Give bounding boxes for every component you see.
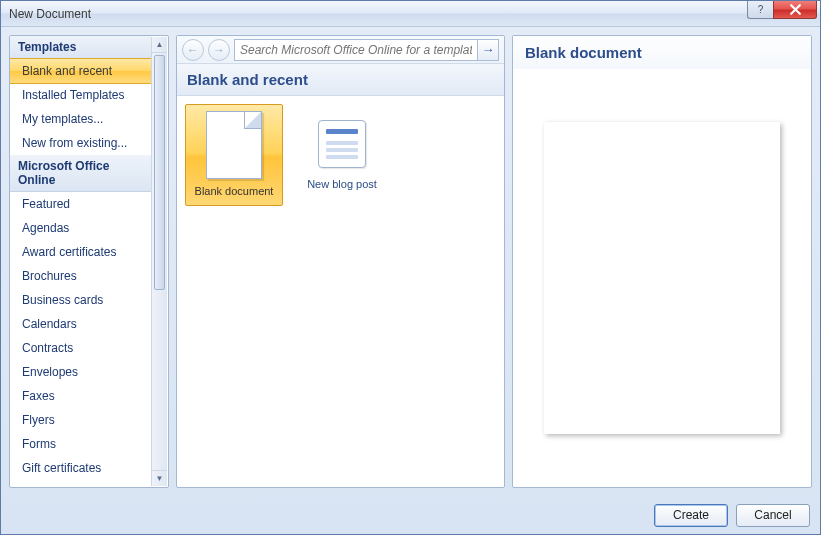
preview-title: Blank document — [513, 36, 811, 69]
sidebar-item-brochures[interactable]: Brochures — [10, 264, 151, 288]
dialog-footer: Create Cancel — [1, 496, 820, 534]
search-input[interactable] — [234, 39, 477, 61]
help-icon: ? — [758, 4, 764, 15]
sidebar-item-agendas[interactable]: Agendas — [10, 216, 151, 240]
search-wrap: → — [234, 39, 499, 61]
template-tile-label: Blank document — [195, 185, 274, 197]
nav-forward-button[interactable]: → — [208, 39, 230, 61]
sidebar-item-greeting-cards[interactable]: Greeting cards — [10, 480, 151, 487]
blank-document-icon — [206, 111, 262, 179]
gallery-toolbar: ← → → — [177, 36, 504, 64]
arrow-right-icon: → — [482, 42, 495, 57]
sidebar-item-contracts[interactable]: Contracts — [10, 336, 151, 360]
close-icon — [789, 4, 802, 15]
search-go-button[interactable]: → — [477, 39, 499, 61]
sidebar-scrollbar[interactable]: ▲ ▼ — [151, 37, 167, 486]
preview-body — [513, 69, 811, 487]
templates-sidebar: Templates Blank and recent Installed Tem… — [9, 35, 169, 488]
gallery-section-title: Blank and recent — [177, 64, 504, 96]
titlebar: New Document ? — [1, 1, 820, 27]
create-button[interactable]: Create — [654, 504, 728, 527]
window-buttons: ? — [747, 1, 817, 19]
scrollbar-thumb[interactable] — [154, 55, 165, 290]
close-button[interactable] — [773, 1, 817, 19]
sidebar-header-office-online: Microsoft Office Online — [10, 155, 151, 192]
scroll-down-icon[interactable]: ▼ — [152, 470, 167, 486]
sidebar-header-templates: Templates — [10, 36, 151, 59]
preview-panel: Blank document — [512, 35, 812, 488]
sidebar-item-award-certificates[interactable]: Award certificates — [10, 240, 151, 264]
sidebar-item-gift-certificates[interactable]: Gift certificates — [10, 456, 151, 480]
sidebar-item-business-cards[interactable]: Business cards — [10, 288, 151, 312]
sidebar-item-blank-and-recent[interactable]: Blank and recent — [10, 58, 151, 84]
cancel-button[interactable]: Cancel — [736, 504, 810, 527]
template-tile-label: New blog post — [307, 178, 377, 190]
dialog-body: Templates Blank and recent Installed Tem… — [1, 27, 820, 496]
sidebar-item-flyers[interactable]: Flyers — [10, 408, 151, 432]
sidebar-item-faxes[interactable]: Faxes — [10, 384, 151, 408]
new-document-dialog: New Document ? Templates Blank and recen… — [0, 0, 821, 535]
templates-gallery: ← → → Blank and recent Bla — [176, 35, 505, 488]
arrow-right-icon: → — [213, 43, 225, 57]
window-title: New Document — [9, 7, 91, 21]
blog-post-icon — [318, 120, 366, 168]
nav-back-button[interactable]: ← — [182, 39, 204, 61]
sidebar-item-new-from-existing[interactable]: New from existing... — [10, 131, 151, 155]
template-tile-new-blog-post[interactable]: New blog post — [293, 104, 391, 198]
sidebar-item-featured[interactable]: Featured — [10, 192, 151, 216]
preview-page-icon — [544, 122, 780, 434]
sidebar-item-calendars[interactable]: Calendars — [10, 312, 151, 336]
sidebar-item-installed-templates[interactable]: Installed Templates — [10, 83, 151, 107]
gallery-body: Blank document New blog post — [177, 96, 504, 487]
sidebar-item-forms[interactable]: Forms — [10, 432, 151, 456]
help-button[interactable]: ? — [747, 1, 773, 19]
template-tile-blank-document[interactable]: Blank document — [185, 104, 283, 206]
arrow-left-icon: ← — [187, 43, 199, 57]
sidebar-item-envelopes[interactable]: Envelopes — [10, 360, 151, 384]
scroll-up-icon[interactable]: ▲ — [152, 37, 167, 53]
sidebar-item-my-templates[interactable]: My templates... — [10, 107, 151, 131]
